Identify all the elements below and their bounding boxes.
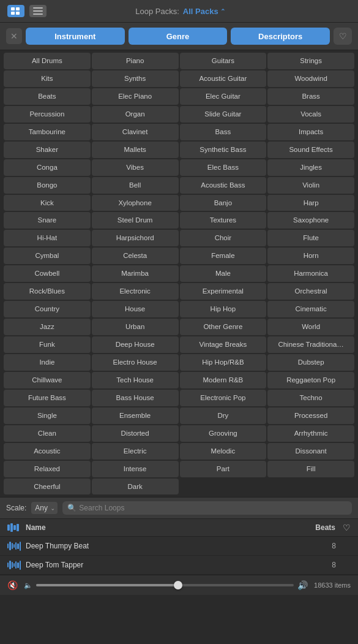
tag-item[interactable]: Violin [267,177,354,194]
tag-item[interactable]: Choir [180,230,267,246]
tag-item[interactable]: Other Genre [180,319,267,335]
tag-item[interactable]: Grooving [180,425,267,442]
tag-item[interactable]: Electronic [92,283,179,300]
volume-slider-thumb[interactable] [174,581,182,589]
tag-item[interactable]: Harp [267,195,354,211]
tag-item[interactable]: Shaker [4,142,91,158]
tag-item[interactable]: Horn [267,248,354,264]
tag-item[interactable]: Bongo [4,177,91,194]
tag-item[interactable]: Brass [267,88,354,105]
tag-item[interactable]: Elec Bass [180,159,267,176]
tag-item[interactable]: Bass House [92,390,179,406]
tag-item[interactable]: Piano [92,53,179,69]
list-view-button[interactable] [29,5,47,17]
tag-item[interactable]: Chillwave [4,372,91,388]
tag-item[interactable]: Percussion [4,106,91,123]
tag-item[interactable]: Fill [267,461,354,477]
tag-item[interactable]: Tech House [92,372,179,388]
tag-item[interactable]: Cowbell [4,265,91,282]
tag-item[interactable]: Female [180,248,267,264]
tag-item[interactable]: Banjo [180,195,267,211]
tag-item[interactable]: Xylophone [92,195,179,211]
tag-item[interactable]: Tambourine [4,124,91,140]
tag-item[interactable]: Bass [180,124,267,140]
list-item[interactable]: Deep Tom Tapper8 [0,556,358,575]
tag-item[interactable]: Elec Piano [92,88,179,105]
tag-item[interactable]: Cheerful [4,479,91,495]
tag-item[interactable]: Jingles [267,159,354,176]
tag-item[interactable]: Hip Hop/R&B [180,354,267,371]
tag-item[interactable]: Acoustic [4,443,91,460]
tag-item[interactable]: Elec Guitar [180,88,267,105]
tag-item[interactable]: Techno [267,390,354,406]
tag-item[interactable]: Urban [92,319,179,335]
tag-item[interactable]: Future Bass [4,390,91,406]
tag-item[interactable]: Melodic [180,443,267,460]
tag-item[interactable]: Mallets [92,142,179,158]
tag-item[interactable]: Orchestral [267,283,354,300]
tag-item[interactable]: Vocals [267,106,354,123]
tag-item[interactable]: Electro House [92,354,179,371]
tag-item[interactable]: Steel Drum [92,212,179,229]
tab-genre[interactable]: Genre [129,28,228,45]
tag-item[interactable]: Clean [4,425,91,442]
tag-item[interactable]: Kick [4,195,91,211]
tag-item[interactable]: Kits [4,70,91,87]
tag-item[interactable]: All Drums [4,53,91,69]
close-filter-button[interactable]: ✕ [6,28,22,44]
all-packs-button[interactable]: All Packs ⌃ [183,7,225,16]
tag-item[interactable]: Rock/Blues [4,283,91,300]
scale-select[interactable]: Any [31,502,58,514]
tag-item[interactable]: Cymbal [4,248,91,264]
tag-item[interactable]: Harpsichord [92,230,179,246]
tag-item[interactable]: Clavinet [92,124,179,140]
tag-item[interactable]: Relaxed [4,461,91,477]
tag-item[interactable]: Male [180,265,267,282]
tag-item[interactable]: Slide Guitar [180,106,267,123]
tag-item[interactable]: Chinese Traditiona… [267,336,354,353]
search-input[interactable] [79,504,347,512]
tag-item[interactable]: Textures [180,212,267,229]
tag-item[interactable]: Single [4,407,91,424]
tag-item[interactable]: Dubstep [267,354,354,371]
tag-item[interactable]: Processed [267,407,354,424]
tag-item[interactable]: Dark [92,479,179,495]
tab-instrument[interactable]: Instrument [26,28,125,45]
tag-item[interactable]: Part [180,461,267,477]
tag-item[interactable]: Ensemble [92,407,179,424]
tag-item[interactable]: Celesta [92,248,179,264]
tag-item[interactable]: Arrhythmic [267,425,354,442]
tag-item[interactable]: Conga [4,159,91,176]
tag-item[interactable]: Dry [180,407,267,424]
tag-item[interactable]: Jazz [4,319,91,335]
tag-item[interactable]: Impacts [267,124,354,140]
scale-selector[interactable]: Any [31,502,58,514]
tag-item[interactable]: Snare [4,212,91,229]
mute-icon[interactable]: 🔇 [7,580,18,590]
tag-item[interactable]: Strings [267,53,354,69]
tag-item[interactable]: Country [4,301,91,317]
tag-item[interactable]: Flute [267,230,354,246]
tag-item[interactable]: Woodwind [267,70,354,87]
tab-descriptors[interactable]: Descriptors [231,28,330,45]
tag-item[interactable]: Funk [4,336,91,353]
tag-item[interactable]: Synthetic Bass [180,142,267,158]
list-item[interactable]: Deep Thumpy Beat8 [0,537,358,556]
tag-item[interactable]: Harmonica [267,265,354,282]
tag-item[interactable]: Hi-Hat [4,230,91,246]
tag-item[interactable]: Dissonant [267,443,354,460]
tag-item[interactable]: Guitars [180,53,267,69]
grid-view-button[interactable] [7,5,24,17]
tag-item[interactable]: House [92,301,179,317]
tag-item[interactable]: Hip Hop [180,301,267,317]
tag-item[interactable]: World [267,319,354,335]
volume-slider[interactable] [36,584,294,586]
tag-item[interactable]: Vintage Breaks [180,336,267,353]
tag-item[interactable]: Synths [92,70,179,87]
tag-item[interactable]: Reggaeton Pop [267,372,354,388]
tag-item[interactable]: Cinematic [267,301,354,317]
tag-item[interactable]: Saxophone [267,212,354,229]
tag-item[interactable]: Bell [92,177,179,194]
tag-item[interactable]: Electronic Pop [180,390,267,406]
favorites-button[interactable]: ♡ [334,28,352,45]
